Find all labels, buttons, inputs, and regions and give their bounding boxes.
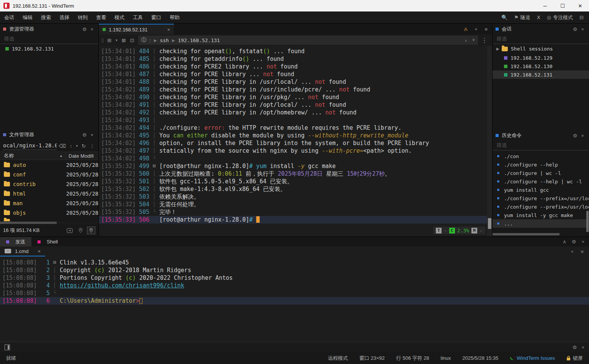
issues-link[interactable]: WindTerm Issues [510,355,555,361]
host-label[interactable]: 192.168.52.131 [178,38,220,43]
sessions-settings-gear-icon[interactable]: ⚙ [571,26,579,32]
address-dropdown-icon[interactable]: ∨ [472,38,475,43]
new-session-icon[interactable]: ⊞ [106,38,113,43]
menu-item-模式[interactable]: 模式 [110,11,129,23]
history-item[interactable]: ./configure | wc -l [492,169,589,177]
tab-list-menu-icon[interactable]: ≡ [484,26,488,32]
file-manager-close-icon[interactable]: × [88,132,95,138]
tunnel-button[interactable]: ⚑隧道 [514,14,530,21]
minimize-button[interactable]: ─ [536,0,554,11]
cmd-tab-menu-icon[interactable]: ≡ [581,249,584,255]
cmd-terminal-output[interactable]: [15:08:08]1⊟Clink v1.3.15.6e6e45[15:08:0… [0,256,589,305]
clear-path-icon[interactable]: ⌫ [57,143,67,149]
history-item[interactable]: ./configure --help | wc -l [492,177,589,186]
collapse-panel-icon[interactable]: ∧ [563,239,566,245]
search-icon[interactable]: 🔍 [501,15,507,20]
menu-item-会话[interactable]: 会话 [0,11,18,23]
explorer-settings-gear-icon[interactable]: ⚙ [80,26,89,32]
history-item[interactable]: ... [492,219,589,228]
column-header-name[interactable]: 名称 ▲ [0,152,65,159]
cmd-tab-close-icon[interactable]: × [38,248,41,254]
follow-terminal-folder-icon[interactable] [65,227,74,234]
up-directory-icon[interactable]: ↑ [68,143,74,149]
cmd-tab[interactable]: ∙∙ 1.cmd × [0,246,45,256]
expand-caret-icon[interactable]: ▶ [496,47,502,51]
history-item[interactable]: ./configure --prefix=/usr/local [492,202,589,211]
track-location-icon[interactable] [87,227,95,234]
lock-screen-button[interactable]: 锁屏 [566,355,583,362]
menu-item-工具[interactable]: 工具 [129,11,147,23]
terminal-tab[interactable]: 1.192.168.52.131 × [99,24,174,34]
info-icon[interactable]: ⓘ [141,37,146,44]
table-row[interactable]: contrib2025/05/28 [0,179,98,189]
session-item[interactable]: 192.168.52.129 [492,54,589,62]
file-list-hscrollbar[interactable] [0,221,98,224]
new-tab-plus-icon[interactable]: ＋ [473,26,478,33]
menu-item-转到[interactable]: 转到 [74,11,92,23]
reopen-session-icon[interactable]: ⊡ [128,38,136,43]
cursor-position-status[interactable]: 行 506 字符 28 [396,355,429,362]
sessions-folder[interactable]: ▶ Shell sessions [492,44,589,54]
path-dropdown-icon[interactable]: ▾ [75,144,80,148]
history-item[interactable]: ./configure --prefix=/usr/local [492,194,589,202]
close-session-icon[interactable]: ⊠ [120,38,128,43]
window-size-status[interactable]: 窗口 23×92 [359,355,384,362]
menu-item-窗口[interactable]: 窗口 [147,11,165,23]
pager-panel-icon[interactable] [5,344,10,350]
terminal-vscrollbar[interactable] [487,46,492,237]
path-input[interactable]: ocal/nginx-1.28.0/ [2,142,57,150]
session-item[interactable]: 192.168.52.130 [492,62,589,70]
history-close-icon[interactable]: × [579,133,586,139]
sessions-close-icon[interactable]: × [579,26,586,32]
explorer-close-icon[interactable]: × [88,26,95,32]
toolbar-menu-icon[interactable]: ⋮ [479,37,490,44]
table-row[interactable]: conf2025/05/28 [0,170,98,179]
menu-item-查看[interactable]: 查看 [92,11,110,23]
os-status[interactable]: linux [441,355,451,361]
menu-item-搜索[interactable]: 搜索 [37,11,55,23]
pager-close-icon[interactable]: × [581,344,584,350]
pager-settings-gear-icon[interactable]: ⚙ [573,344,577,350]
sessions-filter-input[interactable]: 筛选 [493,34,589,44]
bottom-settings-gear-icon[interactable]: ⚙ [572,239,576,245]
tab-close-icon[interactable]: × [167,27,170,33]
protocol-label[interactable]: ssh [160,38,169,43]
terminal-output[interactable]: [15:34:01]484│checking for openat(), fst… [99,46,492,237]
history-hscrollbar[interactable] [492,233,586,236]
table-row[interactable]: man2025/05/28 [0,198,98,208]
history-item[interactable]: ./con [492,152,589,160]
drag-handle[interactable]: ⣿ [101,38,103,43]
remote-mode-status[interactable]: 远程模式 [328,355,348,362]
explorer-filter-input[interactable]: 筛选 [0,34,98,44]
history-item[interactable]: yum install gcc [492,186,589,194]
location-pin-icon[interactable] [76,227,85,234]
fold-marker-icon[interactable]: ⊟ [50,259,60,266]
menu-item-选择[interactable]: 选择 [55,11,74,23]
datetime-status[interactable]: 2025/5/28 15:35 [462,355,498,361]
refresh-icon[interactable]: ↻ [80,143,87,149]
table-row[interactable]: html2025/05/28 [0,189,98,198]
bottom-tab-Shell[interactable]: Shell [31,237,64,246]
menu-item-编辑[interactable]: 编辑 [18,11,37,23]
new-session-dropdown-icon[interactable]: ▾ [114,38,119,42]
maximize-button[interactable]: ☐ [554,0,571,11]
bottom-tab-发送[interactable]: 发送 [0,237,31,246]
history-item[interactable]: yum install -y gcc make [492,211,589,219]
session-item[interactable]: 192.168.52.131 [492,70,589,79]
explorer-host-item[interactable]: 192.168.52.131 [0,44,98,54]
layout-toggle-icon[interactable]: ⊟ [579,15,584,20]
table-row[interactable]: objs2025/05/28 [0,208,98,217]
history-filter-input[interactable]: 筛选 [493,141,589,150]
fold-marker-icon[interactable]: ⊟ [149,162,159,170]
address-field[interactable]: ⓘ | ▶ ssh ▶ 192.168.52.131 › ∨ [138,36,478,45]
file-manager-settings-gear-icon[interactable]: ⚙ [80,132,89,138]
history-vscrollbar[interactable] [586,150,589,237]
history-settings-gear-icon[interactable]: ⚙ [571,133,579,139]
menu-item-帮助[interactable]: 帮助 [165,11,184,23]
x-server-button[interactable]: X [537,15,540,20]
file-manager-menu-icon[interactable]: ⋮ [88,143,96,149]
go-arrow-icon[interactable]: › [465,38,466,43]
table-row[interactable]: auto2025/05/28 [0,160,98,170]
font-size-icon[interactable]: A [464,26,468,32]
close-button[interactable]: ✕ [571,0,589,11]
